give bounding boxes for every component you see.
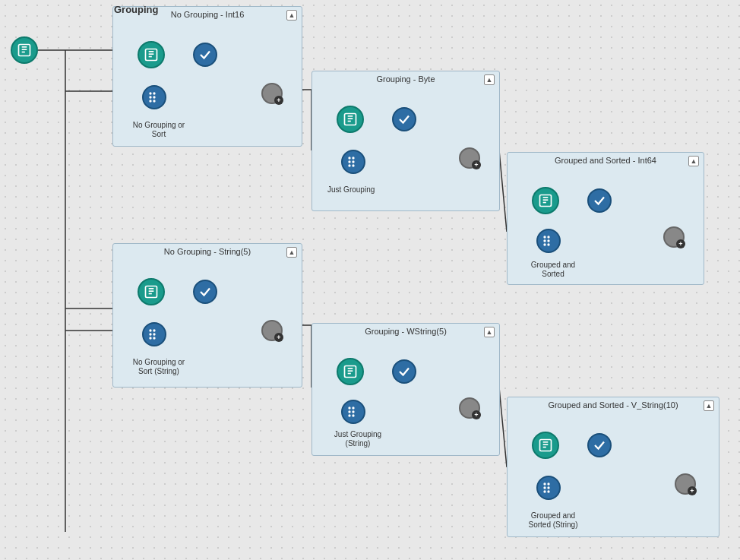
- page-title: Grouping: [114, 4, 159, 15]
- svg-point-68: [543, 490, 546, 492]
- group-grouped-sorted-int64: Grouped and Sorted - Int64 ▲: [507, 152, 704, 285]
- g6-check-node[interactable]: [587, 433, 612, 457]
- g6-dots-icon: [541, 480, 556, 495]
- main-input-node[interactable]: [11, 36, 38, 64]
- g4-check-icon: [198, 285, 212, 299]
- svg-point-26: [348, 157, 350, 159]
- g4-check-node[interactable]: [193, 280, 217, 304]
- group-no-grouping-int16: No Grouping - Int16 ▲: [112, 6, 302, 147]
- g3-check-icon: [593, 194, 606, 207]
- svg-point-28: [348, 164, 350, 166]
- g5-check-node[interactable]: [392, 359, 416, 384]
- g1-book-icon: [144, 47, 159, 62]
- g6-dots-node[interactable]: [536, 476, 561, 500]
- svg-point-47: [149, 333, 151, 335]
- group-title-3: Grouped and Sorted - Int64: [508, 156, 704, 165]
- g1-tool-node[interactable]: [138, 41, 165, 68]
- svg-point-48: [149, 337, 151, 339]
- g2-check-node[interactable]: [392, 107, 416, 131]
- svg-point-36: [543, 236, 546, 238]
- svg-point-37: [543, 239, 546, 242]
- g6-label: Grouped and Sorted (String): [523, 511, 583, 530]
- svg-point-46: [149, 329, 151, 331]
- svg-point-53: [352, 407, 354, 409]
- svg-point-38: [543, 243, 546, 245]
- g2-label: Just Grouping: [327, 185, 375, 195]
- g2-dots-node[interactable]: [341, 150, 365, 174]
- group-title-5: Grouping - WString(5): [312, 327, 499, 336]
- g1-label: No Grouping or Sort: [128, 121, 189, 139]
- g5-book-icon: [343, 364, 358, 379]
- book-icon: [17, 43, 32, 58]
- g6-tool-node[interactable]: [532, 432, 559, 459]
- g2-dots-icon: [346, 154, 361, 169]
- svg-point-45: [153, 337, 155, 339]
- g2-book-icon: [343, 112, 358, 127]
- g5-check-icon: [397, 365, 411, 378]
- svg-point-64: [547, 486, 549, 489]
- g5-dots-icon: [346, 404, 361, 419]
- svg-point-23: [352, 157, 354, 159]
- svg-point-17: [149, 96, 151, 98]
- g2-tool-node[interactable]: [337, 106, 364, 133]
- g3-check-node[interactable]: [587, 188, 612, 213]
- svg-point-44: [153, 333, 155, 335]
- svg-point-56: [348, 407, 350, 409]
- svg-point-54: [352, 410, 354, 413]
- group-no-grouping-string: No Grouping - String(5) ▲: [112, 243, 302, 388]
- g3-dots-icon: [541, 233, 556, 248]
- svg-point-57: [348, 410, 350, 413]
- expand-btn-4[interactable]: ▲: [286, 247, 297, 258]
- g6-book-icon: [538, 438, 553, 453]
- g4-book-icon: [144, 284, 159, 299]
- g2-check-icon: [397, 112, 411, 126]
- expand-btn-1[interactable]: ▲: [286, 10, 297, 21]
- group-title-4: No Grouping - String(5): [113, 247, 302, 256]
- g1-check-node[interactable]: [193, 43, 217, 67]
- g5-dots-node[interactable]: [341, 400, 365, 424]
- expand-btn-6[interactable]: ▲: [704, 400, 714, 411]
- svg-point-66: [543, 482, 546, 485]
- svg-point-34: [547, 239, 549, 242]
- svg-point-15: [153, 100, 155, 102]
- g4-output-node[interactable]: +: [261, 320, 283, 341]
- svg-point-18: [149, 100, 151, 102]
- group-title-2: Grouping - Byte: [312, 74, 499, 84]
- svg-point-63: [547, 482, 549, 485]
- g4-tool-node[interactable]: [138, 278, 165, 305]
- g6-output-node[interactable]: +: [675, 473, 696, 495]
- g3-label: Grouped and Sorted: [523, 261, 583, 279]
- expand-btn-2[interactable]: ▲: [484, 74, 495, 85]
- svg-point-35: [547, 243, 549, 245]
- svg-point-27: [348, 160, 350, 163]
- g4-label: No Grouping or Sort (String): [128, 358, 189, 376]
- g4-dots-icon: [147, 327, 162, 342]
- g6-check-icon: [593, 438, 606, 452]
- svg-point-13: [153, 92, 155, 94]
- svg-point-58: [348, 414, 350, 416]
- g1-dots-node[interactable]: [142, 85, 166, 109]
- group-title-6: Grouped and Sorted - V_String(10): [508, 400, 719, 410]
- g5-tool-node[interactable]: [337, 358, 364, 385]
- expand-btn-3[interactable]: ▲: [688, 156, 699, 166]
- svg-point-65: [547, 490, 549, 492]
- group-grouping-byte: Grouping - Byte ▲: [311, 71, 500, 211]
- svg-point-67: [543, 486, 546, 489]
- svg-point-33: [547, 236, 549, 238]
- svg-point-16: [149, 92, 151, 94]
- g1-dots-icon: [147, 90, 162, 105]
- g1-check-icon: [198, 48, 212, 62]
- g3-dots-node[interactable]: [536, 229, 561, 253]
- group-grouped-sorted-vstring: Grouped and Sorted - V_String(10) ▲: [507, 397, 719, 537]
- g2-output-node[interactable]: +: [459, 147, 480, 169]
- g3-output-node[interactable]: +: [663, 226, 685, 248]
- svg-point-25: [352, 164, 354, 166]
- g4-dots-node[interactable]: [142, 322, 166, 346]
- g1-output-node[interactable]: +: [261, 83, 283, 104]
- expand-btn-5[interactable]: ▲: [484, 327, 495, 337]
- g5-output-node[interactable]: +: [459, 397, 480, 419]
- g3-tool-node[interactable]: [532, 187, 559, 214]
- group-grouping-wstring: Grouping - WString(5) ▲: [311, 323, 500, 456]
- svg-point-43: [153, 329, 155, 331]
- main-tool-icon[interactable]: [11, 36, 38, 64]
